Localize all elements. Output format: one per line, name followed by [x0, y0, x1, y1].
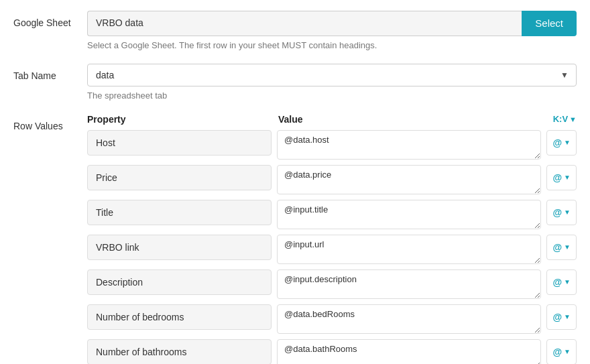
table-row: @input.description @ ▼ — [87, 269, 577, 299]
value-textarea[interactable]: @input.description — [277, 269, 541, 299]
at-icon: @ — [552, 312, 562, 322]
column-property-header: Property — [87, 114, 278, 125]
table-row: @input.title @ ▼ — [87, 200, 577, 229]
at-mention-button[interactable]: @ ▼ — [546, 304, 577, 330]
google-sheet-content: VRBO data Select Select a Google Sheet. … — [87, 11, 577, 50]
property-input[interactable] — [87, 304, 272, 330]
google-sheet-label: Google Sheet — [13, 11, 87, 28]
google-sheet-value: VRBO data — [87, 11, 522, 36]
at-mention-button[interactable]: @ ▼ — [546, 235, 577, 260]
property-input[interactable] — [87, 269, 272, 295]
row-values-content: Property Value K:V ▼ @data.host @ ▼ @dat… — [87, 114, 577, 364]
row-values-row: Row Values Property Value K:V ▼ @data.ho… — [13, 114, 577, 364]
value-textarea[interactable]: @input.url — [277, 235, 541, 264]
chevron-down-icon: ▼ — [564, 278, 571, 286]
at-mention-button[interactable]: @ ▼ — [546, 269, 577, 295]
google-sheet-hint: Select a Google Sheet. The first row in … — [87, 40, 577, 50]
kv-toggle-button[interactable]: K:V ▼ — [553, 114, 577, 124]
google-sheet-row: Google Sheet VRBO data Select Select a G… — [13, 11, 577, 50]
at-icon: @ — [552, 347, 562, 357]
at-mention-button[interactable]: @ ▼ — [546, 339, 577, 364]
property-input[interactable] — [87, 339, 272, 364]
value-textarea[interactable]: @data.bedRooms — [277, 304, 541, 334]
value-textarea[interactable]: @data.price — [277, 165, 541, 194]
column-value-header: Value — [278, 114, 553, 125]
property-input[interactable] — [87, 200, 272, 225]
property-input[interactable] — [87, 165, 272, 190]
value-textarea[interactable]: @data.host — [277, 130, 541, 160]
table-row: @data.bathRooms @ ▼ — [87, 339, 577, 364]
value-textarea[interactable]: @data.bathRooms — [277, 339, 541, 364]
tab-select-wrapper: data ▼ — [87, 64, 577, 86]
at-mention-button[interactable]: @ ▼ — [546, 130, 577, 156]
table-row: @data.host @ ▼ — [87, 130, 577, 160]
at-icon: @ — [552, 207, 562, 218]
property-input[interactable] — [87, 235, 272, 260]
row-values-header: Property Value K:V ▼ — [87, 114, 577, 125]
chevron-down-icon: ▼ — [569, 115, 577, 123]
at-icon: @ — [552, 137, 562, 148]
chevron-down-icon: ▼ — [564, 348, 571, 355]
row-values-label: Row Values — [13, 114, 87, 131]
at-icon: @ — [552, 277, 562, 288]
table-row: @input.url @ ▼ — [87, 235, 577, 264]
tab-name-label: Tab Name — [13, 64, 87, 81]
at-icon: @ — [552, 172, 562, 183]
chevron-down-icon: ▼ — [564, 208, 571, 216]
table-row: @data.price @ ▼ — [87, 165, 577, 194]
chevron-down-icon: ▼ — [564, 174, 571, 181]
value-textarea[interactable]: @input.title — [277, 200, 541, 229]
tab-select[interactable]: data — [87, 64, 577, 86]
table-row: @data.bedRooms @ ▼ — [87, 304, 577, 334]
kv-toggle-label: K:V — [553, 114, 568, 124]
tab-name-hint: The spreadsheet tab — [87, 90, 577, 101]
tab-name-content: data ▼ The spreadsheet tab — [87, 64, 577, 101]
chevron-down-icon: ▼ — [564, 313, 571, 320]
at-icon: @ — [552, 242, 562, 253]
tab-name-row: Tab Name data ▼ The spreadsheet tab — [13, 64, 577, 101]
chevron-down-icon: ▼ — [564, 139, 571, 146]
at-mention-button[interactable]: @ ▼ — [546, 200, 577, 225]
property-rows-container: @data.host @ ▼ @data.price @ ▼ @input.ti… — [87, 130, 577, 364]
select-button[interactable]: Select — [522, 11, 577, 36]
property-input[interactable] — [87, 130, 272, 156]
chevron-down-icon: ▼ — [564, 243, 571, 251]
at-mention-button[interactable]: @ ▼ — [546, 165, 577, 190]
google-sheet-input-row: VRBO data Select — [87, 11, 577, 36]
